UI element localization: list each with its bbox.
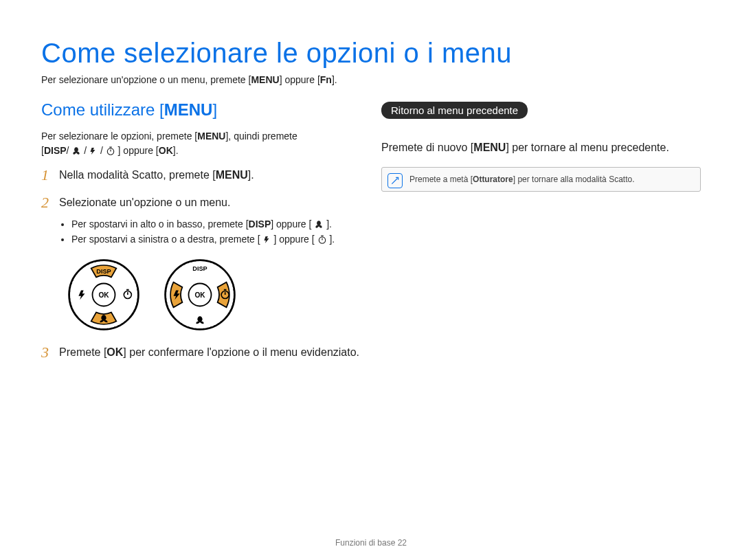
step-3: 3 Premete [OK] per confermare l'opzione … <box>41 345 361 360</box>
menu-keycap: MENU <box>251 74 279 85</box>
intro-line: Per selezionare un'opzione o un menu, pr… <box>41 74 701 85</box>
text: ]. <box>329 234 335 245</box>
right-column: Ritorno al menu precedente Premete di nu… <box>381 100 701 372</box>
note-box: Premete a metà [Otturatore] per tornare … <box>381 167 701 192</box>
return-instruction: Premete di nuovo [MENU] per tornare al m… <box>381 139 701 156</box>
footer-section: Funzioni di base <box>335 538 398 548</box>
page-number: 22 <box>398 538 407 548</box>
ok-keycap: OK <box>106 346 123 358</box>
ok-label: OK <box>98 291 109 298</box>
text: ]. <box>248 169 254 181</box>
text: ] oppure [ <box>271 219 311 229</box>
menu-keycap: MENU <box>473 142 506 153</box>
text: Per spostarvi a sinistra o a destra, pre… <box>71 234 260 245</box>
text: ] oppure [ <box>118 145 159 156</box>
dial-illustrations: DISP OK <box>66 257 361 333</box>
two-column-layout: Come utilizzare [MENU] Per selezionare l… <box>41 100 701 372</box>
timer-icon <box>106 146 115 156</box>
ok-keycap: OK <box>159 145 173 156</box>
step-2: 2 Selezionate un'opzione o un menu. Per … <box>41 195 361 332</box>
list-item: Per spostarvi in alto o in basso, premet… <box>71 216 361 232</box>
disp-keycap: DISP <box>249 219 271 229</box>
flash-icon <box>89 146 98 156</box>
text: ]. <box>332 74 337 85</box>
text: Premete [ <box>59 346 106 358</box>
text: ] oppure [ <box>280 74 320 85</box>
timer-icon <box>317 235 327 245</box>
text: Come utilizzare [ <box>41 100 164 119</box>
section-description: Per selezionare le opzioni, premete [MEN… <box>41 129 361 158</box>
text: Per selezionare le opzioni, premete [ <box>41 131 197 142</box>
left-column: Come utilizzare [MENU] Per selezionare l… <box>41 100 361 372</box>
note-icon <box>387 173 403 188</box>
section-heading: Come utilizzare [MENU] <box>41 100 361 120</box>
list-item: Per spostarvi a sinistra o a destra, pre… <box>71 232 361 247</box>
menu-keycap: MENU <box>164 100 213 119</box>
text: / <box>67 145 69 156</box>
text: ] <box>212 100 217 119</box>
text: / <box>84 145 87 156</box>
text: ] per tornare alla modalità Scatto. <box>513 175 635 184</box>
flash-icon <box>263 235 271 245</box>
shutter-bold: Otturatore <box>473 175 513 184</box>
step-number: 1 <box>41 165 49 186</box>
text: Selezionate un'opzione o un menu. <box>59 197 230 208</box>
disp-label: DISP <box>192 265 207 272</box>
page-title: Come selezionare le opzioni o i menu <box>41 38 701 69</box>
step-2-substeps: Per spostarvi in alto o in basso, premet… <box>59 216 361 247</box>
text: / <box>100 145 103 156</box>
text: Per spostarvi in alto o in basso, premet… <box>71 219 249 229</box>
text: Nella modalità Scatto, premete [ <box>59 169 216 181</box>
disp-label: DISP <box>96 267 111 274</box>
dpad-dial-vertical: DISP OK <box>66 257 142 333</box>
text: ]. <box>326 219 332 229</box>
text: Per selezionare un'opzione o un menu, pr… <box>41 74 251 85</box>
svg-point-0 <box>107 148 113 155</box>
subsection-pill: Ritorno al menu precedente <box>381 102 528 119</box>
step-number: 2 <box>41 192 49 214</box>
text: ], quindi premete <box>225 131 297 142</box>
text: ] per tornare al menu precedente. <box>506 142 668 153</box>
step-1: 1 Nella modalità Scatto, premete [MENU]. <box>41 168 361 183</box>
text: ] oppure [ <box>273 234 314 245</box>
text: Premete a metà [ <box>409 175 473 184</box>
manual-page: Come selezionare le opzioni o i menu Per… <box>0 0 742 560</box>
dpad-dial-horizontal: DISP OK <box>162 257 238 333</box>
ok-label: OK <box>194 291 205 298</box>
macro-icon <box>314 220 324 229</box>
text: ] per confermare l'opzione o il menu evi… <box>123 346 359 358</box>
disp-keycap: DISP <box>44 145 67 156</box>
step-number: 3 <box>41 342 49 363</box>
text: Premete di nuovo [ <box>381 142 473 153</box>
text: ]. <box>173 145 179 156</box>
page-footer: Funzioni di base 22 <box>0 538 742 548</box>
steps-list: 1 Nella modalità Scatto, premete [MENU].… <box>41 168 361 360</box>
macro-icon <box>71 146 81 156</box>
fn-keycap: Fn <box>320 74 332 85</box>
menu-keycap: MENU <box>197 131 225 142</box>
menu-keycap: MENU <box>216 169 248 181</box>
